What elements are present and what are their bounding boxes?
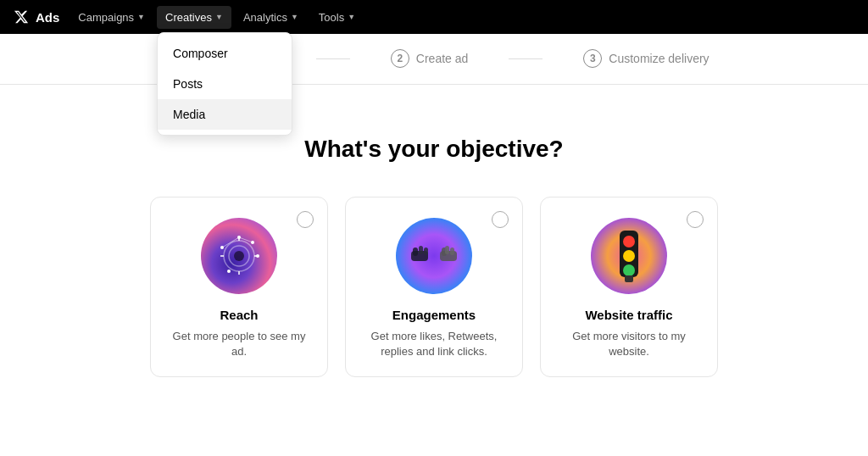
nav-analytics[interactable]: Analytics ▼ bbox=[235, 6, 307, 29]
main-content: What's your objective? bbox=[0, 85, 868, 411]
card-website-radio[interactable] bbox=[687, 211, 704, 228]
step-2-number: 2 bbox=[391, 49, 409, 68]
website-traffic-icon bbox=[591, 218, 667, 294]
step-connector-2 bbox=[509, 58, 542, 59]
card-engagements[interactable]: Engagements Get more likes, Retweets, re… bbox=[345, 197, 523, 377]
objective-cards: Reach Get more people to see my ad. bbox=[150, 197, 718, 377]
svg-point-10 bbox=[227, 270, 231, 273]
creatives-dropdown: Composer Posts Media bbox=[157, 32, 292, 136]
engagements-icon bbox=[396, 218, 472, 294]
card-reach-title: Reach bbox=[220, 308, 258, 322]
brand: Ads bbox=[14, 9, 59, 25]
svg-rect-17 bbox=[424, 247, 428, 255]
nav-creatives[interactable]: Creatives ▼ Composer Posts Media bbox=[157, 6, 231, 29]
nav-analytics-label: Analytics bbox=[243, 11, 287, 24]
svg-point-25 bbox=[623, 264, 635, 276]
svg-rect-21 bbox=[450, 247, 454, 255]
nav-campaigns-label: Campaigns bbox=[78, 11, 134, 24]
nav-campaigns[interactable]: Campaigns ▼ bbox=[70, 6, 153, 29]
svg-rect-16 bbox=[419, 246, 423, 254]
step-3-number: 3 bbox=[583, 49, 602, 68]
card-website-traffic[interactable]: Website traffic Get more visitors to my … bbox=[540, 197, 718, 377]
card-website-title: Website traffic bbox=[585, 308, 672, 322]
navbar: Ads Campaigns ▼ Creatives ▼ Composer Pos… bbox=[0, 0, 868, 34]
step-customize-delivery[interactable]: 3 Customize delivery bbox=[583, 49, 709, 70]
card-reach[interactable]: Reach Get more people to see my ad. bbox=[150, 197, 328, 377]
chevron-down-icon: ▼ bbox=[291, 13, 298, 21]
reach-illustration bbox=[214, 231, 264, 281]
svg-rect-15 bbox=[413, 247, 418, 256]
step-3-label: Customize delivery bbox=[609, 52, 709, 65]
brand-name: Ads bbox=[36, 10, 59, 25]
card-reach-desc: Get more people to see my ad. bbox=[168, 329, 310, 359]
x-logo-icon bbox=[14, 9, 29, 25]
step-2-label: Create ad bbox=[416, 52, 468, 65]
step-create-ad[interactable]: 2 Create ad bbox=[391, 49, 468, 70]
chevron-down-icon: ▼ bbox=[137, 13, 145, 21]
card-reach-radio[interactable] bbox=[297, 211, 314, 228]
card-engagements-title: Engagements bbox=[392, 308, 476, 322]
nav-tools-label: Tools bbox=[319, 11, 344, 24]
svg-rect-20 bbox=[445, 246, 449, 254]
card-website-desc: Get more visitors to my website. bbox=[558, 329, 700, 359]
steps-bar: 1 Choose objective 2 Create ad 3 Customi… bbox=[0, 34, 868, 85]
dropdown-item-posts[interactable]: Posts bbox=[158, 69, 292, 99]
reach-icon bbox=[201, 218, 277, 294]
svg-rect-26 bbox=[625, 275, 633, 282]
svg-point-23 bbox=[623, 236, 635, 247]
chevron-down-icon: ▼ bbox=[348, 13, 355, 21]
svg-point-2 bbox=[234, 251, 244, 261]
chevron-down-icon: ▼ bbox=[215, 13, 223, 21]
svg-point-24 bbox=[623, 250, 635, 262]
svg-point-8 bbox=[256, 254, 259, 258]
card-engagements-radio[interactable] bbox=[492, 211, 509, 228]
nav-tools[interactable]: Tools ▼ bbox=[310, 6, 364, 29]
nav-creatives-label: Creatives bbox=[165, 11, 212, 24]
dropdown-item-media[interactable]: Media bbox=[158, 99, 292, 130]
engagements-illustration bbox=[404, 231, 464, 281]
step-connector-1 bbox=[316, 58, 350, 59]
page-title: What's your objective? bbox=[304, 136, 563, 163]
traffic-light-illustration bbox=[608, 226, 650, 286]
card-engagements-desc: Get more likes, Retweets, replies and li… bbox=[363, 329, 505, 359]
dropdown-item-composer[interactable]: Composer bbox=[158, 38, 292, 69]
